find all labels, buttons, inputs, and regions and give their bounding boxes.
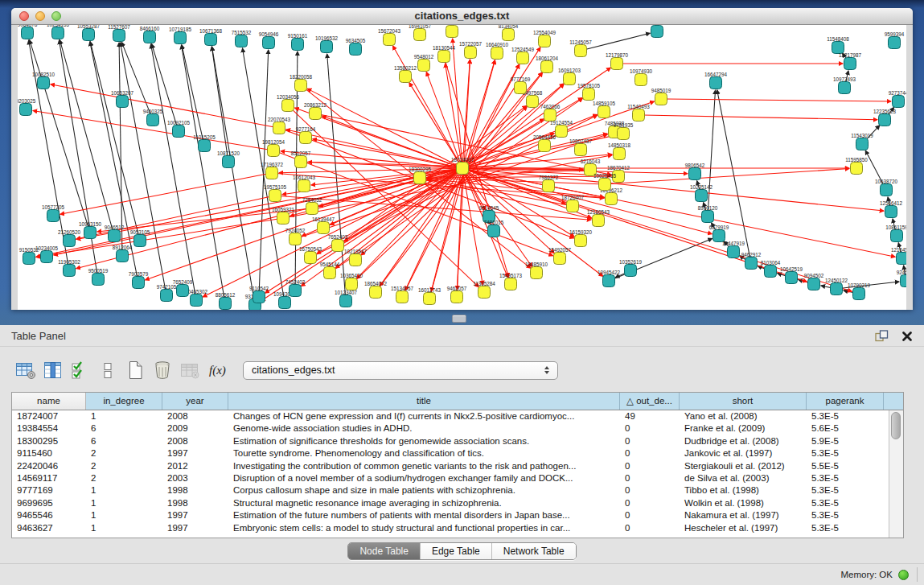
minimize-window-button[interactable]: [35, 11, 45, 21]
graph-node[interactable]: 12179870: [606, 52, 629, 70]
graph-node[interactable]: 10234155: [47, 25, 70, 39]
graph-node[interactable]: 12217987: [839, 52, 862, 70]
close-window-button[interactable]: [19, 11, 29, 21]
graph-node[interactable]: 11527607: [108, 25, 130, 42]
graph-node[interactable]: 9245012: [897, 270, 906, 287]
graph-node[interactable]: 10861159: [885, 225, 906, 242]
graph-node[interactable]: 9500519: [88, 268, 109, 286]
graph-node[interactable]: 11548408: [827, 36, 849, 54]
graph-node[interactable]: 11905302: [58, 259, 80, 277]
column-header-out_degree[interactable]: △ out_de...: [620, 393, 680, 410]
column-header-year[interactable]: year: [162, 393, 228, 410]
panel-splitter[interactable]: [0, 310, 924, 325]
graph-node[interactable]: 21260520: [58, 229, 81, 247]
delete-table-icon[interactable]: [177, 358, 203, 382]
graph-node[interactable]: 11543019: [851, 133, 873, 150]
graph-node[interactable]: 8805612: [216, 292, 236, 310]
graph-node[interactable]: 9460325: [143, 109, 163, 126]
graph-node[interactable]: 10365420: [340, 273, 363, 290]
graph-node[interactable]: 10973493: [833, 76, 856, 94]
graph-node[interactable]: 10945422: [598, 270, 621, 287]
graph-node[interactable]: 10196532: [315, 35, 339, 53]
graph-node[interactable]: 8512057: [291, 150, 311, 168]
table-row[interactable]: 969969511998Structural magnetic resonanc…: [12, 497, 889, 509]
graph-node[interactable]: 8466160: [140, 26, 160, 43]
tab-network-table[interactable]: Network Table: [492, 543, 576, 559]
graph-node[interactable]: 15495173: [499, 273, 523, 290]
graph-node[interactable]: 10123407: [335, 290, 358, 307]
graph-node[interactable]: 9064078: [18, 25, 38, 39]
graph-node[interactable]: 9742105: [157, 284, 177, 302]
graph-node[interactable]: 18485910: [525, 262, 548, 279]
network-window-titlebar[interactable]: citations_edges.txt: [11, 8, 913, 25]
column-header-in_degree[interactable]: in_degree: [86, 393, 162, 410]
splitter-grip-icon[interactable]: [452, 315, 466, 323]
column-header-title[interactable]: title: [228, 393, 620, 410]
graph-node[interactable]: 15722054: [441, 25, 464, 38]
graph-node[interactable]: 16640910: [486, 42, 509, 60]
table-row[interactable]: 946362711997Embryonic stem cells: a mode…: [12, 522, 889, 534]
graph-node[interactable]: 10553287: [77, 25, 101, 41]
column-header-short[interactable]: short: [680, 393, 807, 410]
graph-node[interactable]: 8134054: [499, 25, 519, 41]
table-select-dropdown[interactable]: citations_edges.txt: [243, 361, 558, 380]
graph-node[interactable]: 9462057: [447, 286, 467, 303]
tab-node-table[interactable]: Node Table: [348, 543, 421, 559]
network-graph-canvas[interactable]: 1872400718300295906407810234155105532871…: [18, 25, 906, 310]
graph-node[interactable]: 16059321: [272, 207, 295, 225]
graph-node[interactable]: 9273744: [889, 90, 906, 108]
delete-columns-icon[interactable]: [150, 358, 175, 382]
graph-node[interactable]: 10974930: [630, 68, 653, 86]
graph-node[interactable]: 9094502: [804, 273, 824, 290]
unselect-all-icon[interactable]: [95, 358, 121, 382]
graph-node[interactable]: 9203025: [18, 98, 36, 116]
table-row[interactable]: 2242004622012Investigating the contribut…: [12, 460, 889, 472]
graph-node[interactable]: 10219547: [344, 249, 368, 266]
graph-node[interactable]: 11305284: [473, 281, 495, 299]
graph-node[interactable]: 10871520: [217, 150, 240, 168]
graph-node[interactable]: 18061204: [536, 56, 559, 73]
function-builder-icon[interactable]: f(x): [204, 358, 230, 382]
graph-node[interactable]: 12164501: [891, 247, 906, 265]
graph-node[interactable]: 10807487: [569, 138, 593, 156]
graph-node[interactable]: 16647294: [704, 72, 728, 89]
graph-node[interactable]: 9054946: [259, 31, 279, 49]
graph-node[interactable]: 7515532: [232, 30, 252, 47]
graph-node[interactable]: 10963150: [79, 221, 102, 239]
graph-node[interactable]: 11245057: [569, 39, 592, 57]
graph-node[interactable]: 9150161: [288, 33, 308, 51]
graph-node[interactable]: 10092105: [167, 120, 191, 138]
graph-node[interactable]: 16941057: [409, 25, 432, 41]
table-row[interactable]: 946554611997Estimation of the future num…: [12, 509, 889, 521]
graph-node[interactable]: 9053105: [130, 229, 150, 247]
graph-node[interactable]: 18654072: [364, 281, 388, 299]
show-columns-icon[interactable]: [40, 358, 66, 382]
table-row[interactable]: 977716911998Corpus callosum shape and si…: [12, 484, 889, 496]
table-row[interactable]: 1938455462009Genome-wide association stu…: [12, 422, 889, 435]
graph-node[interactable]: 12554049: [533, 30, 556, 47]
table-row[interactable]: 1456911722003Disruption of a novel membe…: [12, 472, 889, 484]
create-column-icon[interactable]: [122, 358, 148, 382]
tab-edge-table[interactable]: Edge Table: [421, 543, 492, 559]
graph-node[interactable]: 12566412: [880, 200, 903, 218]
table-row[interactable]: 911546021997Tourette syndrome. Phenomeno…: [12, 447, 889, 459]
graph-node[interactable]: 10577205: [42, 204, 65, 222]
graph-node[interactable]: 8130304: [647, 25, 667, 38]
table-row[interactable]: 1872400712008Changes of HCN gene express…: [12, 410, 889, 422]
graph-node[interactable]: 6879919: [709, 225, 729, 242]
close-panel-icon[interactable]: [901, 331, 913, 342]
graph-node[interactable]: 12450122: [825, 278, 848, 295]
zoom-window-button[interactable]: [51, 11, 61, 21]
graph-node[interactable]: 18220058: [290, 74, 313, 92]
graph-node[interactable]: 11015205: [193, 134, 216, 152]
graph-node[interactable]: 19578105: [577, 83, 601, 101]
graph-node[interactable]: 9634505: [346, 38, 366, 56]
scrollbar-thumb[interactable]: [891, 412, 901, 439]
graph-node[interactable]: 12235623: [873, 109, 897, 126]
graph-node[interactable]: 9806542: [685, 163, 705, 180]
select-all-icon[interactable]: [68, 358, 93, 382]
memory-ok-icon[interactable]: [898, 570, 909, 580]
graph-node[interactable]: 16012743: [418, 287, 441, 305]
column-header-name[interactable]: name: [12, 393, 86, 410]
graph-node[interactable]: 12034056: [277, 94, 300, 112]
